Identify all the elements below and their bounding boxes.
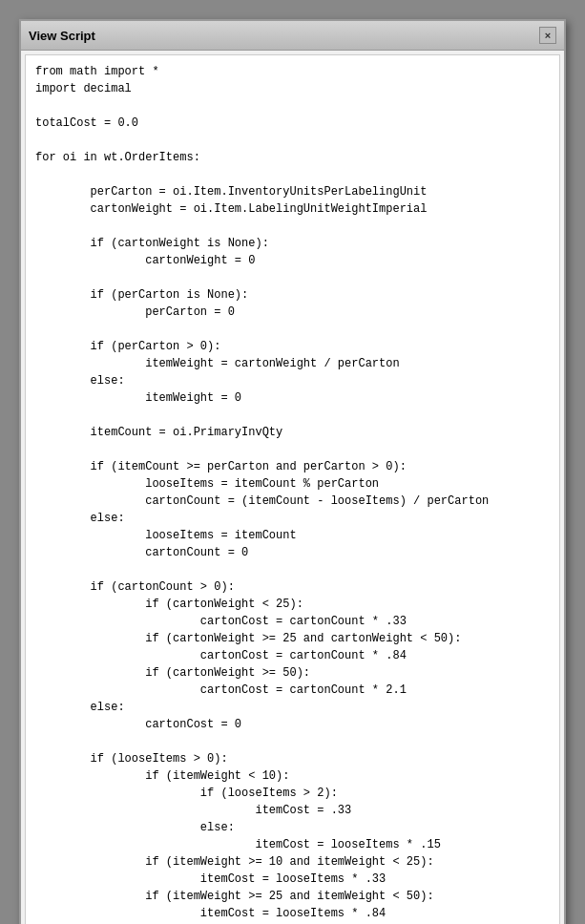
code-content: from math import * import decimal totalC… bbox=[35, 63, 550, 924]
code-container[interactable]: from math import * import decimal totalC… bbox=[25, 54, 560, 924]
title-bar-text: View Script bbox=[29, 29, 95, 43]
title-bar: View Script × bbox=[21, 21, 564, 51]
dialog-window: View Script × from math import * import … bbox=[19, 19, 566, 924]
close-button[interactable]: × bbox=[539, 27, 556, 44]
